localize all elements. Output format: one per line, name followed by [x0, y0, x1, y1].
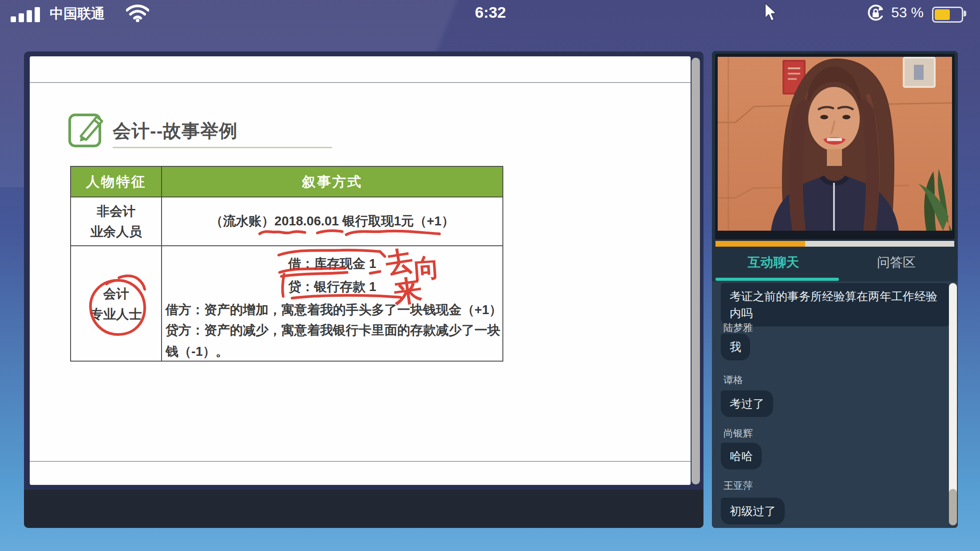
carrier-label: 中国联通 [50, 4, 105, 23]
signal-strength-icon [11, 6, 47, 22]
chat-message: 哈哈 [721, 443, 762, 469]
row1-feature: 非会计 业余人员 [71, 197, 162, 245]
webcam-feed [718, 57, 952, 231]
chat-scrollbar-thumb[interactable] [949, 489, 957, 525]
chat-username: 尚银辉 [723, 427, 753, 440]
chat-username: 陆梦雅 [723, 321, 753, 335]
title-underline [113, 147, 332, 148]
journal-debit-line: 借：库存现金 1 [162, 255, 502, 273]
chat-scrollbar[interactable] [949, 283, 957, 525]
bottom-toolbar [24, 490, 703, 528]
table-header-row: 人物特征 叙事方式 [71, 167, 502, 197]
status-bar: 中国联通 6:32 53 % [0, 0, 980, 27]
chat-message: 初级过了 [721, 498, 785, 524]
clock: 6:32 [457, 4, 524, 21]
header-narrative: 叙事方式 [162, 167, 502, 197]
explanation-line: 借方：资产的增加，寓意着我的手头多了一块钱现金（+1） [166, 301, 502, 319]
table-row: 非会计 业余人员 （流水账）2018.06.01 银行取现1元（+1） [71, 197, 502, 245]
screen: 中国联通 6:32 53 % 会计--故事举例 [0, 0, 980, 551]
slide-scrollbar[interactable] [692, 58, 700, 484]
lesson-table: 人物特征 叙事方式 非会计 业余人员 （流水账）2018.06.01 银行取现1… [70, 166, 503, 362]
video-progress-fill [715, 241, 805, 247]
table-row: 会计 专业人士 借：库存现金 1 贷：银行存款 1 借方：资产的增加，寓意着我的… [71, 245, 502, 362]
wifi-icon [126, 4, 149, 22]
footer-divider [30, 461, 691, 462]
battery-tip [964, 11, 966, 16]
battery-fill [935, 9, 950, 20]
chat-panel: 考证之前的事务所经验算在两年工作经验内吗 陆梦雅 我 谭格 考过了 尚银辉 哈哈… [712, 281, 958, 528]
chat-username: 王亚萍 [723, 479, 753, 492]
battery-icon [932, 7, 963, 23]
row2-feature: 会计 专业人士 [71, 246, 162, 362]
chat-message: 考过了 [721, 390, 773, 417]
chat-username: 谭格 [723, 374, 743, 387]
pencil-edit-icon [67, 109, 107, 150]
sidebar-tabs: 互动聊天 问答区 [712, 247, 958, 279]
video-progress-bar[interactable] [715, 241, 954, 247]
journal-credit-line: 贷：银行存款 1 [162, 278, 502, 296]
tab-interactive-chat[interactable]: 互动聊天 [712, 254, 835, 272]
row1-narrative: （流水账）2018.06.01 银行取现1元（+1） [162, 197, 502, 245]
header-feature: 人物特征 [71, 167, 162, 197]
slide-title: 会计--故事举例 [113, 119, 237, 143]
explanation-line: 贷方：资产的减少，寓意着我银行卡里面的存款减少了一块 [166, 322, 500, 339]
chat-message: 我 [721, 334, 750, 360]
toolbar-divider [30, 82, 691, 83]
rotation-lock-icon [865, 4, 886, 23]
explanation-line: 钱（-1）。 [166, 343, 229, 361]
live-class-sidebar: 互动聊天 问答区 考证之前的事务所经验算在两年工作经验内吗 陆梦雅 我 谭格 考… [712, 51, 958, 528]
instructor-video[interactable] [715, 54, 955, 239]
battery-percent-label: 53 % [891, 4, 924, 21]
tab-qa-area[interactable]: 问答区 [835, 254, 958, 272]
chat-message: 考证之前的事务所经验算在两年工作经验内吗 [721, 283, 952, 327]
active-tab-indicator [715, 278, 839, 281]
row2-narrative: 借：库存现金 1 贷：银行存款 1 借方：资产的增加，寓意着我的手头多了一块钱现… [162, 246, 502, 362]
